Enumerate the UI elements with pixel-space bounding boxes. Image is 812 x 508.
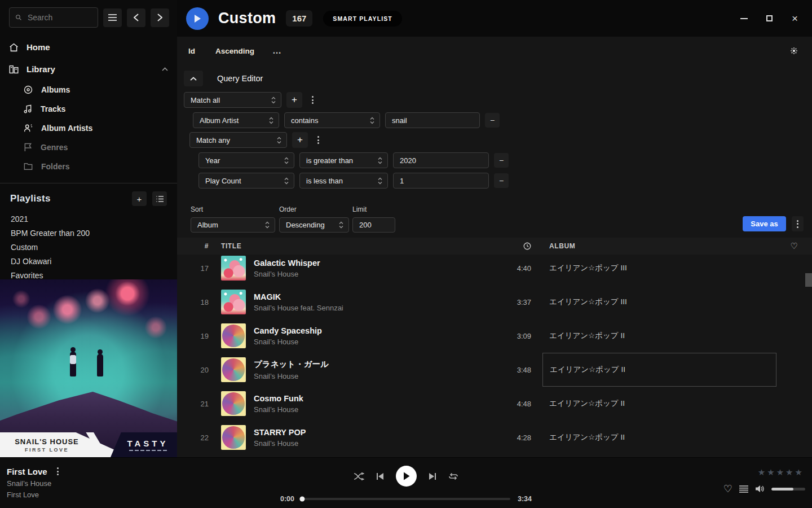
sidebar-item-album-artists[interactable]: Album Artists <box>0 119 177 138</box>
settings-gear-icon[interactable] <box>789 46 798 55</box>
rule-value-input[interactable]: 2020 <box>393 152 489 168</box>
sidebar-item-home[interactable]: Home <box>0 36 177 58</box>
minus-icon: − <box>499 176 504 185</box>
next-track-button[interactable] <box>429 472 436 480</box>
remove-rule-button[interactable]: − <box>485 113 500 128</box>
playlist-list: 2021 BPM Greater than 200 Custom DJ Okaw… <box>0 212 177 282</box>
hamburger-icon <box>108 14 117 21</box>
playlist-list-button[interactable] <box>152 191 167 206</box>
save-as-button[interactable]: Save as <box>743 216 786 231</box>
add-rule-button[interactable]: + <box>292 132 308 148</box>
star-icon[interactable]: ★ <box>776 467 785 477</box>
home-label: Home <box>27 42 50 52</box>
track-album-focused-cell[interactable]: エイリアン☆ポップ II <box>542 353 776 387</box>
rule-field-select[interactable]: Play Count <box>198 173 294 189</box>
star-icon[interactable]: ★ <box>785 467 795 477</box>
track-duration: 4:48 <box>497 400 531 408</box>
repeat-button[interactable] <box>448 472 458 480</box>
star-icon[interactable]: ★ <box>758 467 767 477</box>
minimize-button[interactable] <box>731 7 757 30</box>
plus-icon: + <box>297 134 303 146</box>
collapse-query-editor-button[interactable] <box>184 71 203 86</box>
more-options-icon[interactable]: … <box>272 46 282 56</box>
header-number[interactable]: # <box>177 242 209 250</box>
scrollbar-thumb[interactable] <box>805 273 812 287</box>
track-album[interactable]: エイリアン☆ポップ III <box>542 263 776 273</box>
rule-value-input[interactable]: snail <box>385 112 480 128</box>
rule-field-select[interactable]: Album Artist <box>193 112 279 128</box>
header-title[interactable]: TITLE <box>221 242 497 250</box>
sidebar-top-bar <box>0 0 177 33</box>
add-playlist-button[interactable]: + <box>132 191 147 206</box>
previous-track-button[interactable] <box>376 472 384 480</box>
volume-slider[interactable] <box>771 488 805 491</box>
progress-thumb[interactable] <box>299 497 304 502</box>
rule-operator-select[interactable]: is less than <box>299 173 388 189</box>
sidebar-item-library[interactable]: Library <box>0 58 177 80</box>
select-spinner-icon <box>378 157 382 164</box>
next-icon <box>429 472 436 480</box>
order-select[interactable]: Descending <box>279 217 349 233</box>
sort-field-button[interactable]: Id <box>188 47 195 55</box>
volume-button[interactable] <box>755 485 765 493</box>
match-type-select[interactable]: Match all <box>184 92 281 108</box>
rule-value-input[interactable]: 1 <box>393 173 489 189</box>
now-playing-info: First Love Snail’s House First Love <box>7 466 61 499</box>
track-row[interactable]: 22 STARRY POP Snail’s House 4:28 エイリアン☆ポ… <box>177 421 812 454</box>
sidebar-item-genres[interactable]: Genres <box>0 138 177 157</box>
play-pause-button[interactable] <box>396 466 417 487</box>
sort-select[interactable]: Album <box>191 217 275 233</box>
group-menu-button[interactable] <box>313 134 324 146</box>
star-icon[interactable]: ★ <box>767 467 776 477</box>
rule-operator-select[interactable]: contains <box>284 112 380 128</box>
favorite-heart-icon[interactable]: ♡ <box>723 484 732 494</box>
header-album[interactable]: ALBUM <box>542 242 776 250</box>
track-row[interactable]: 17 Galactic Whisper Snail’s House 4:40 エ… <box>177 255 812 285</box>
sidebar-item-tracks[interactable]: Tracks <box>0 99 177 119</box>
rating-stars[interactable]: ★★★★★ <box>758 467 804 478</box>
rule-field-value: Play Count <box>205 177 241 185</box>
minus-icon: − <box>490 116 495 125</box>
track-album[interactable]: エイリアン☆ポップ II <box>542 432 776 443</box>
track-album[interactable]: エイリアン☆ポップ III <box>542 297 776 307</box>
limit-input[interactable]: 200 <box>352 217 395 233</box>
track-row[interactable]: 21 Cosmo Funk Snail’s House 4:48 エイリアン☆ポ… <box>177 387 812 421</box>
play-playlist-button[interactable] <box>186 7 209 30</box>
sort-direction-button[interactable]: Ascending <box>215 47 254 55</box>
header-duration[interactable] <box>497 242 531 250</box>
star-icon[interactable]: ★ <box>795 467 804 477</box>
track-row[interactable]: 19 Candy Spaceship Snail’s House 3:09 エイ… <box>177 319 812 353</box>
progress-bar[interactable] <box>302 498 510 500</box>
save-menu-button[interactable] <box>792 216 804 231</box>
playlist-item[interactable]: Custom <box>0 240 177 254</box>
rule-field-select[interactable]: Year <box>198 152 294 168</box>
header-favorite[interactable]: ♡ <box>776 241 812 251</box>
forward-button[interactable] <box>151 8 169 27</box>
maximize-button[interactable] <box>757 7 782 30</box>
back-button[interactable] <box>127 8 145 27</box>
sort-value: Album <box>197 221 218 229</box>
rule-operator-select[interactable]: is greater than <box>299 152 388 168</box>
playlist-item[interactable]: DJ Okawari <box>0 254 177 268</box>
remove-rule-button[interactable]: − <box>494 173 509 188</box>
add-rule-button[interactable]: + <box>286 92 302 108</box>
search-input[interactable] <box>27 12 92 23</box>
track-album[interactable]: エイリアン☆ポップ II <box>542 398 776 409</box>
playlist-item[interactable]: BPM Greater than 200 <box>0 226 177 240</box>
menu-button[interactable] <box>103 8 122 27</box>
track-title: STARRY POP <box>254 428 306 437</box>
match-type-select[interactable]: Match any <box>189 132 287 148</box>
track-album[interactable]: エイリアン☆ポップ II <box>542 331 776 341</box>
playlist-item[interactable]: 2021 <box>0 212 177 226</box>
query-group-nested: Match any + <box>189 132 812 148</box>
track-row[interactable]: 18 MAGIK Snail’s House feat. Sennzai 3:3… <box>177 285 812 319</box>
now-playing-menu-button[interactable] <box>55 466 61 476</box>
shuffle-button[interactable] <box>354 472 364 480</box>
remove-rule-button[interactable]: − <box>494 153 509 168</box>
sidebar-item-folders[interactable]: Folders <box>0 157 177 176</box>
track-row[interactable]: 20 プラネット・ガール Snail’s House 3:48 エイリアン☆ポッ… <box>177 353 812 387</box>
sidebar-item-albums[interactable]: Albums <box>0 80 177 99</box>
close-button[interactable]: × <box>782 7 807 30</box>
group-menu-button[interactable] <box>307 94 318 106</box>
queue-button[interactable] <box>739 485 748 493</box>
